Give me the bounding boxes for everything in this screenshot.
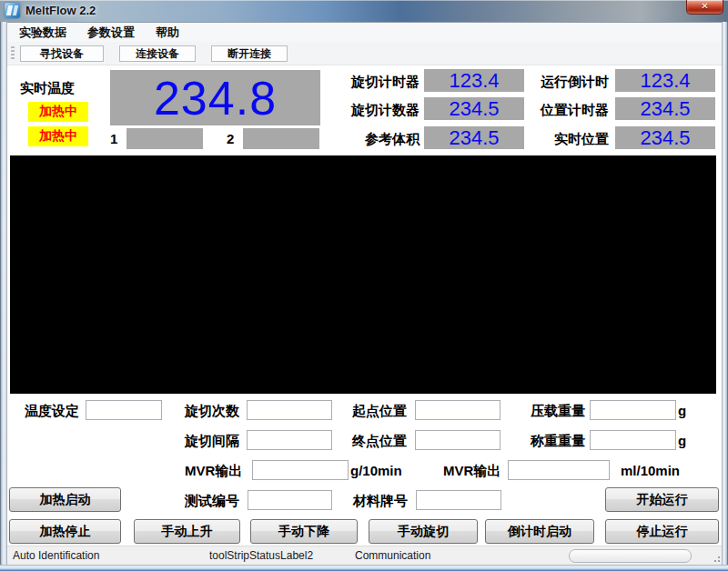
test-no-input[interactable] xyxy=(248,490,332,510)
test-no-label: 测试编号 xyxy=(185,493,239,510)
cut-counter-value: 234.5 xyxy=(424,97,524,120)
start-pos-input[interactable] xyxy=(415,400,500,420)
end-pos-label: 终点位置 xyxy=(352,433,407,450)
start-pos-label: 起点位置 xyxy=(352,403,407,420)
temp-set-label: 温度设定 xyxy=(25,403,79,420)
mvr-g-unit: g/10min xyxy=(350,463,402,478)
disconnect-button[interactable]: 断开连接 xyxy=(211,45,288,62)
mvr-ml-unit: ml/10min xyxy=(621,463,680,478)
window-title: MeltFlow 2.2 xyxy=(25,4,96,17)
heating-status-badge-1: 加热中 xyxy=(28,102,88,122)
mvr-output-g-label: MVR输出 xyxy=(185,463,242,480)
cut-counter-label: 旋切计数器 xyxy=(345,102,420,119)
toolbar-grip-icon[interactable] xyxy=(11,46,15,61)
cut-interval-input[interactable] xyxy=(247,430,332,450)
weigh-weight-label: 称重重量 xyxy=(531,433,585,450)
find-device-button[interactable]: 寻找设备 xyxy=(20,45,104,62)
zone-1-label: 1 xyxy=(110,131,117,146)
titlebar[interactable]: MeltFlow 2.2 ✕ xyxy=(0,0,728,22)
reference-volume-value: 234.5 xyxy=(424,126,524,149)
app-window: MeltFlow 2.2 ✕ 实验数据 参数设置 帮助 寻找设备 连接设备 断开… xyxy=(0,0,728,571)
close-button[interactable]: ✕ xyxy=(686,0,723,15)
app-icon xyxy=(5,3,20,18)
position-timer-label: 位置计时器 xyxy=(534,102,609,119)
reference-volume-label: 参考体积 xyxy=(345,131,420,148)
zone-1-display xyxy=(126,128,203,149)
temperature-display: 234.8 xyxy=(110,70,320,125)
window-border-right xyxy=(722,22,728,565)
run-stop-button[interactable]: 停止运行 xyxy=(605,519,719,544)
menubar: 实验数据 参数设置 帮助 xyxy=(7,23,722,42)
cut-timer-label: 旋切计时器 xyxy=(345,74,420,91)
status-label-2: toolStripStatusLabel2 xyxy=(209,549,313,562)
weigh-weight-unit: g xyxy=(678,433,686,448)
realtime-position-label: 实时位置 xyxy=(534,131,609,148)
heat-stop-button[interactable]: 加热停止 xyxy=(9,519,121,544)
mvr-output-ml-input[interactable] xyxy=(508,460,610,480)
run-countdown-label: 运行倒计时 xyxy=(534,74,609,91)
window-border-bottom xyxy=(0,565,728,571)
window-border-left xyxy=(0,22,7,565)
toolbar: 寻找设备 连接设备 断开连接 xyxy=(7,42,722,65)
plot-area xyxy=(10,155,716,394)
menu-item-experiment-data[interactable]: 实验数据 xyxy=(10,23,76,43)
status-progressbar xyxy=(569,549,692,563)
end-pos-input[interactable] xyxy=(415,430,500,450)
heating-status-badge-2: 加热中 xyxy=(28,126,88,146)
connect-device-button[interactable]: 连接设备 xyxy=(119,45,196,62)
realtime-position-value: 234.5 xyxy=(615,126,715,149)
resize-grip-icon[interactable] xyxy=(712,554,721,563)
load-weight-label: 压载重量 xyxy=(531,403,585,420)
status-communication: Communication xyxy=(355,549,430,562)
close-icon: ✕ xyxy=(687,0,723,13)
mvr-output-g-input[interactable] xyxy=(252,460,349,480)
run-start-button[interactable]: 开始运行 xyxy=(605,487,719,512)
material-label: 材料牌号 xyxy=(353,493,408,510)
manual-cut-button[interactable]: 手动旋切 xyxy=(369,519,478,544)
heat-start-button[interactable]: 加热启动 xyxy=(9,487,121,512)
material-input[interactable] xyxy=(416,490,501,510)
statusbar: Auto Identification toolStripStatusLabel… xyxy=(7,546,722,565)
temp-set-input[interactable] xyxy=(86,400,162,420)
mvr-output-ml-label: MVR输出 xyxy=(443,463,500,480)
load-weight-unit: g xyxy=(678,403,686,418)
run-countdown-value: 123.4 xyxy=(615,69,715,92)
menu-item-parameter-settings[interactable]: 参数设置 xyxy=(78,23,144,43)
manual-down-button[interactable]: 手动下降 xyxy=(250,519,358,544)
menu-item-help[interactable]: 帮助 xyxy=(147,23,188,43)
cut-interval-label: 旋切间隔 xyxy=(185,433,239,450)
status-auto-identification: Auto Identification xyxy=(13,549,99,562)
cut-timer-value: 123.4 xyxy=(424,69,524,92)
cut-count-label: 旋切次数 xyxy=(185,403,239,420)
zone-2-display xyxy=(243,128,319,149)
cut-count-input[interactable] xyxy=(247,400,332,420)
countdown-start-button[interactable]: 倒计时启动 xyxy=(485,519,594,544)
zone-2-label: 2 xyxy=(227,131,234,146)
manual-up-button[interactable]: 手动上升 xyxy=(134,519,240,544)
position-timer-value: 234.5 xyxy=(615,97,715,120)
realtime-temp-label: 实时温度 xyxy=(20,80,75,97)
weigh-weight-input[interactable] xyxy=(590,430,676,450)
load-weight-input[interactable] xyxy=(590,400,676,420)
